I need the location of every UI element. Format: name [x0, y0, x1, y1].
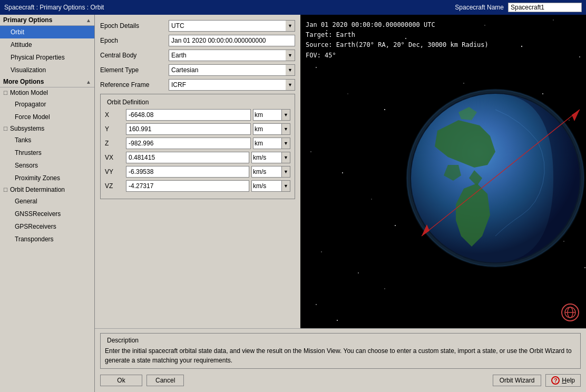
orbit-x-label: X [105, 111, 126, 119]
ok-button[interactable]: Ok [100, 375, 142, 386]
orbit-x-input[interactable] [126, 109, 251, 121]
orbit-z-row: Z km ▼ [105, 138, 290, 149]
orbit-z-unit-arrow[interactable]: ▼ [282, 138, 290, 149]
orbit-x-unit[interactable]: km [253, 109, 282, 121]
orbit-vy-unit-arrow[interactable]: ▼ [282, 166, 290, 178]
tree-icon-subsystems: ☐ [3, 126, 8, 132]
sidebar-section-more-options[interactable]: More Options ▲ [0, 76, 94, 87]
help-button[interactable]: ? HHelpelp [545, 374, 581, 387]
sidebar-item-general[interactable]: General [0, 195, 94, 208]
orbit-vz-unit-arrow[interactable]: ▼ [282, 180, 290, 192]
orbit-y-input[interactable] [126, 123, 251, 135]
orbit-vy-label: VY [105, 168, 126, 175]
sidebar-item-attitude[interactable]: Attitude [0, 38, 94, 51]
element-type-row: Element Type Cartesian ▼ [100, 64, 295, 76]
spacecraft-name-label: Spacecraft Name [455, 4, 504, 11]
satellite-icon [561, 303, 580, 322]
element-type-label: Element Type [100, 66, 169, 74]
breadcrumb: Spacecraft : Primary Options : Orbit [4, 4, 104, 11]
central-body-select[interactable]: Earth [169, 50, 295, 61]
sidebar-item-gps-receivers[interactable]: GPSReceivers [0, 220, 94, 233]
sidebar-item-transponders[interactable]: Transponders [0, 233, 94, 246]
sidebar-item-visualization[interactable]: Visualization [0, 64, 94, 76]
sidebar-item-gnss-receivers[interactable]: GNSSReceivers [0, 208, 94, 220]
sidebar-subsection-subsystems[interactable]: ☐ Subsystems [0, 123, 94, 134]
orbit-vx-input[interactable] [126, 152, 249, 163]
form-panel: Epoch Details UTC ▼ Epoch [95, 15, 300, 328]
orbit-z-unit[interactable]: km [253, 138, 282, 149]
collapse-icon-more: ▲ [86, 79, 91, 85]
sidebar-item-thrusters[interactable]: Thrusters [0, 146, 94, 159]
orbit-wizard-button[interactable]: Orbit Wizard [493, 375, 542, 386]
orbit-vz-input[interactable] [126, 180, 249, 192]
tree-icon: ☐ [3, 90, 8, 96]
sidebar-section-primary-options[interactable]: Primary Options ▲ [0, 15, 94, 26]
sidebar-item-force-model[interactable]: Force Model [0, 111, 94, 123]
description-text: Enter the initial spacecraft orbital sta… [105, 346, 576, 365]
sidebar-subsection-motion-model[interactable]: ☐ Motion Model [0, 87, 94, 98]
tree-icon-orbit-det: ☐ [3, 187, 8, 193]
earth-orbit-svg [300, 15, 586, 328]
element-type-arrow[interactable]: ▼ [286, 64, 295, 76]
reference-frame-select[interactable]: ICRF [169, 79, 295, 91]
sidebar-item-sensors[interactable]: Sensors [0, 159, 94, 172]
help-icon: ? [551, 376, 560, 385]
orbit-vy-input[interactable] [126, 166, 249, 178]
orbit-definition-group: Orbit Definition X km ▼ [100, 94, 295, 199]
element-type-select[interactable]: Cartesian [169, 64, 295, 76]
central-body-arrow[interactable]: ▼ [286, 50, 295, 61]
orbit-z-label: Z [105, 140, 126, 147]
sidebar-subsection-orbit-determination[interactable]: ☐ Orbit Determination [0, 184, 94, 195]
orbit-vz-row: VZ km/s ▼ [105, 180, 290, 192]
orbit-y-row: Y km ▼ [105, 123, 290, 135]
orbit-vy-unit[interactable]: km/s [251, 166, 282, 178]
spacecraft-name-input[interactable] [508, 3, 582, 12]
central-body-row: Central Body Earth ▼ [100, 50, 295, 61]
description-title: Description [105, 337, 141, 344]
sidebar-item-propagator[interactable]: Propagator [0, 98, 94, 111]
orbit-vx-unit[interactable]: km/s [251, 152, 282, 163]
orbit-vy-row: VY km/s ▼ [105, 166, 290, 178]
orbit-y-unit[interactable]: km [253, 123, 282, 135]
epoch-input[interactable] [169, 35, 295, 46]
reference-frame-label: Reference Frame [100, 81, 169, 89]
orbit-y-label: Y [105, 125, 126, 133]
sidebar-item-physical-properties[interactable]: Physical Properties [0, 51, 94, 64]
epoch-row: Epoch [100, 35, 295, 46]
epoch-details-row: Epoch Details UTC ▼ [100, 20, 295, 32]
orbit-y-unit-arrow[interactable]: ▼ [282, 123, 290, 135]
orbit-vx-row: VX km/s ▼ [105, 152, 290, 163]
bottom-section: Description Enter the initial spacecraft… [95, 328, 586, 392]
orbit-vx-unit-arrow[interactable]: ▼ [282, 152, 290, 163]
cancel-button[interactable]: Cancel [147, 375, 184, 386]
reference-frame-arrow[interactable]: ▼ [286, 79, 295, 91]
sidebar: Primary Options ▲ Orbit Attitude Physica… [0, 15, 95, 392]
collapse-icon: ▲ [86, 17, 91, 23]
orbit-x-row: X km ▼ [105, 109, 290, 121]
orbit-vx-label: VX [105, 154, 126, 161]
sidebar-item-tanks[interactable]: Tanks [0, 134, 94, 146]
sidebar-item-proximity-zones[interactable]: Proximity Zones [0, 172, 94, 184]
central-body-label: Central Body [100, 52, 169, 59]
epoch-details-label: Epoch Details [100, 22, 169, 30]
orbit-vz-label: VZ [105, 182, 126, 190]
epoch-label: Epoch [100, 37, 169, 44]
title-bar: Spacecraft : Primary Options : Orbit Spa… [0, 0, 586, 15]
epoch-details-arrow[interactable]: ▼ [286, 20, 295, 32]
reference-frame-row: Reference Frame ICRF ▼ [100, 79, 295, 91]
orbit-z-input[interactable] [126, 138, 251, 149]
orbit-vz-unit[interactable]: km/s [251, 180, 282, 192]
epoch-details-select[interactable]: UTC [169, 20, 295, 32]
sidebar-item-orbit[interactable]: Orbit [0, 26, 94, 38]
orbit-x-unit-arrow[interactable]: ▼ [282, 109, 290, 121]
orbit-definition-title: Orbit Definition [105, 99, 151, 106]
description-group: Description Enter the initial spacecraft… [100, 333, 581, 369]
3d-view-panel: Jan 01 2020 00:00:00.000000000 UTC Targe… [300, 15, 586, 328]
button-row: Ok Cancel Orbit Wizard ? HHelpelp [100, 373, 581, 388]
svg-marker-36 [572, 110, 580, 121]
